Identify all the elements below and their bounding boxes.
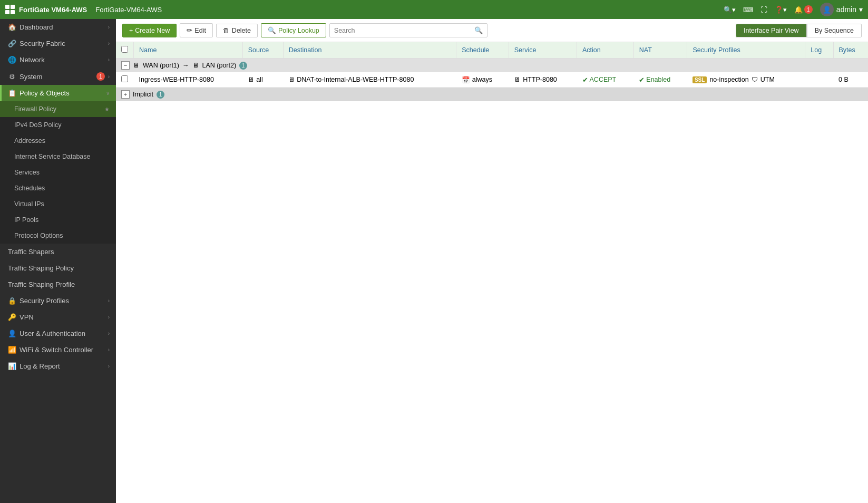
group-info-badge[interactable]: 1	[239, 62, 247, 70]
group-header-wan-lan[interactable]: − 🖥 WAN (port1) → 🖥 LAN (port2) 1	[116, 59, 868, 73]
sidebar-item-network[interactable]: 🌐 Network ›	[0, 52, 116, 68]
chevron-right-icon: ›	[108, 24, 110, 30]
th-service[interactable]: Service	[509, 42, 577, 59]
schedule-icon: 📅	[462, 76, 470, 84]
policy-name: Ingress-WEB-HTTP-8080	[139, 76, 214, 83]
toolbar: + Create New ✏ Edit 🗑 Delete 🔍 Policy Lo…	[116, 19, 868, 42]
sidebar-item-security-fabric[interactable]: 🔗 Security Fabric ›	[0, 35, 116, 52]
sidebar-item-ipv4-dos-policy[interactable]: IPv4 DoS Policy	[0, 117, 116, 133]
sidebar-item-label: Addresses	[14, 137, 110, 144]
utm-shield-icon: 🛡	[752, 76, 758, 83]
th-schedule[interactable]: Schedule	[456, 42, 509, 59]
interface-pair-view-label: Interface Pair View	[744, 27, 799, 34]
sidebar-item-label: Services	[14, 169, 110, 176]
search-icon-btn[interactable]: 🔍▾	[724, 6, 736, 14]
sidebar-item-traffic-shaping-policy[interactable]: Traffic Shaping Policy	[0, 260, 116, 276]
admin-menu-btn[interactable]: 👤 admin ▾	[820, 3, 863, 16]
table-row[interactable]: Ingress-WEB-HTTP-8080 🖥 all 🖥 DNAT-to	[116, 72, 868, 88]
fullscreen-icon-btn[interactable]: ⛶	[760, 6, 767, 14]
sidebar-item-wifi-switch-controller[interactable]: 📶 WiFi & Switch Controller ›	[0, 342, 116, 358]
delete-button[interactable]: 🗑 Delete	[216, 24, 258, 37]
th-log[interactable]: Log	[805, 42, 833, 59]
sidebar-item-label: Traffic Shaping Profile	[8, 280, 110, 288]
select-all-checkbox[interactable]	[121, 46, 128, 53]
policy-lookup-label: Policy Lookup	[278, 27, 319, 34]
ssl-inspection-value: no-inspection	[709, 76, 748, 83]
implicit-expand-button[interactable]: +	[121, 90, 130, 99]
policy-table: Name Source Destination Schedule Service	[116, 42, 868, 101]
admin-label: admin	[836, 5, 856, 14]
sidebar-item-traffic-shaping-profile[interactable]: Traffic Shaping Profile	[0, 276, 116, 293]
search-icon: 🔍	[268, 26, 276, 34]
policy-action: ACCEPT	[590, 76, 617, 83]
notification-badge: 1	[804, 5, 813, 14]
delete-label: Delete	[232, 27, 251, 34]
service-icon: 🖥	[514, 76, 521, 83]
implicit-badge[interactable]: 1	[157, 91, 164, 99]
chevron-right-icon: ›	[108, 298, 110, 304]
logo-grid	[5, 5, 15, 14]
search-input[interactable]	[330, 24, 470, 37]
view-toggle: Interface Pair View By Sequence	[736, 24, 862, 37]
sidebar-item-security-profiles[interactable]: 🔒 Security Profiles ›	[0, 293, 116, 309]
sidebar-item-system[interactable]: ⚙ System 1 ›	[0, 68, 116, 85]
lock-icon: 🔒	[8, 297, 16, 305]
sidebar-item-dashboard[interactable]: 🏠 Dashboard ›	[0, 19, 116, 35]
sidebar-item-addresses[interactable]: Addresses	[0, 133, 116, 149]
notification-btn[interactable]: 🔔 1	[794, 5, 813, 14]
edit-button[interactable]: ✏ Edit	[180, 23, 213, 37]
sidebar-item-label: Dashboard	[19, 23, 105, 31]
interface-pair-view-button[interactable]: Interface Pair View	[736, 24, 807, 37]
th-action[interactable]: Action	[577, 42, 634, 59]
help-icon-btn[interactable]: ❓▾	[775, 6, 787, 14]
sidebar-item-label: Network	[19, 56, 105, 64]
app-logo[interactable]: FortiGate VM64-AWS	[5, 5, 87, 14]
chevron-right-icon: ›	[108, 347, 110, 353]
dest-icon: 🖥	[288, 76, 295, 83]
sidebar-item-label: System	[19, 73, 93, 81]
sidebar-item-ip-pools[interactable]: IP Pools	[0, 212, 116, 228]
th-destination[interactable]: Destination	[283, 42, 456, 59]
sidebar-item-log-report[interactable]: 📊 Log & Report ›	[0, 358, 116, 374]
sidebar-item-label: Internet Service Database	[14, 153, 110, 160]
sidebar-item-internet-service-db[interactable]: Internet Service Database	[0, 149, 116, 165]
sidebar-item-protocol-options[interactable]: Protocol Options	[0, 228, 116, 244]
row-source-cell: 🖥 all	[242, 72, 283, 88]
sidebar-item-vpn[interactable]: 🔑 VPN ›	[0, 309, 116, 325]
sidebar-item-label: Virtual IPs	[14, 200, 110, 208]
policy-lookup-button[interactable]: 🔍 Policy Lookup	[261, 23, 326, 37]
th-name[interactable]: Name	[134, 42, 243, 59]
cli-icon-btn[interactable]: ⌨	[743, 6, 753, 14]
sidebar-item-traffic-shapers[interactable]: Traffic Shapers	[0, 244, 116, 260]
topbar: FortiGate VM64-AWS FortiGate-VM64-AWS 🔍▾…	[0, 0, 868, 19]
create-new-button[interactable]: + Create New	[122, 24, 177, 37]
th-security-profiles[interactable]: Security Profiles	[687, 42, 805, 59]
row-service-cell: 🖥 HTTP-8080	[509, 72, 577, 88]
sidebar-item-label: Security Profiles	[19, 297, 105, 305]
search-submit-icon[interactable]: 🔍	[470, 24, 487, 37]
th-source[interactable]: Source	[242, 42, 283, 59]
group-expand-button[interactable]: −	[121, 61, 130, 70]
nat-check-icon: ✔	[639, 76, 645, 84]
table-area: Name Source Destination Schedule Service	[116, 42, 868, 503]
sidebar-item-virtual-ips[interactable]: Virtual IPs	[0, 196, 116, 212]
th-bytes[interactable]: Bytes	[833, 42, 868, 59]
sidebar-item-schedules[interactable]: Schedules	[0, 180, 116, 196]
admin-chevron-icon: ▾	[859, 5, 863, 14]
sidebar-item-user-authentication[interactable]: 👤 User & Authentication ›	[0, 325, 116, 342]
bell-icon: 🔔	[794, 6, 803, 14]
star-icon[interactable]: ★	[104, 106, 110, 113]
sidebar-item-label: Policy & Objects	[19, 89, 103, 97]
sidebar-item-policy-objects[interactable]: 📋 Policy & Objects ∨	[0, 85, 116, 101]
row-checkbox[interactable]	[121, 75, 128, 82]
chevron-right-icon: ›	[108, 363, 110, 369]
dashboard-icon: 🏠	[8, 23, 16, 31]
implicit-header-row[interactable]: + Implicit 1	[116, 88, 868, 102]
device-title: FortiGate-VM64-AWS	[95, 6, 162, 14]
by-sequence-button[interactable]: By Sequence	[807, 24, 862, 37]
source-icon: 🖥	[248, 76, 254, 83]
sidebar-item-firewall-policy[interactable]: Firewall Policy ★	[0, 101, 116, 117]
sidebar-item-services[interactable]: Services	[0, 165, 116, 180]
th-nat[interactable]: NAT	[633, 42, 687, 59]
sidebar: 🏠 Dashboard › 🔗 Security Fabric › 🌐 Netw…	[0, 19, 116, 503]
